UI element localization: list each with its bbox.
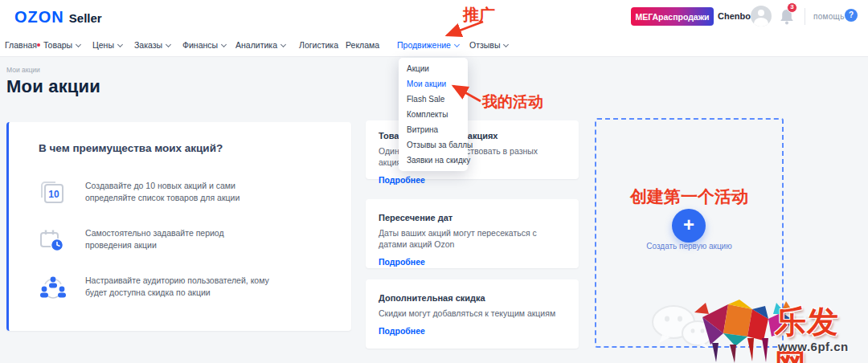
calendar-10-icon: 10 bbox=[39, 180, 71, 209]
promotion-dropdown: Акции Мои акции Flash Sale Комплекты Вит… bbox=[399, 58, 468, 171]
red-dot-icon bbox=[37, 43, 40, 47]
svg-text:10: 10 bbox=[48, 189, 59, 200]
annotation-my-activities: 我的活动 bbox=[482, 92, 543, 112]
nav-item-ads[interactable]: Реклама bbox=[346, 34, 379, 57]
watermark-site-name: 乐发网 bbox=[775, 300, 868, 363]
chevron-down-icon bbox=[280, 42, 286, 47]
chevron-down-icon bbox=[503, 42, 509, 47]
more-link[interactable]: Подробнее bbox=[379, 326, 425, 336]
annotation-promotion: 推广 bbox=[463, 4, 495, 26]
create-promo-label[interactable]: Создать первую акцию bbox=[595, 242, 784, 251]
benefit-text: Создавайте до 10 новых акций и сами опре… bbox=[71, 180, 240, 209]
header: OZON Seller МЕГАраспродажи Chenbo 3 помо… bbox=[0, 0, 868, 34]
mega-sale-button[interactable]: МЕГАраспродажи bbox=[631, 7, 714, 26]
chevron-down-icon bbox=[454, 42, 460, 47]
create-promo-plus-button[interactable]: + bbox=[672, 209, 706, 243]
nav-item-reviews[interactable]: Отзывы bbox=[469, 34, 508, 57]
dropdown-item-reviews-for-points[interactable]: Отзывы за баллы bbox=[399, 137, 468, 153]
info-card-extra-discount: Дополнительная скидка Скидки могут добав… bbox=[366, 279, 579, 349]
chevron-down-icon bbox=[221, 42, 227, 47]
nav-item-prices[interactable]: Цены bbox=[92, 34, 122, 57]
chevron-down-icon bbox=[76, 42, 81, 47]
benefit-text: Самостоятельно задавайте период проведен… bbox=[71, 227, 224, 256]
benefit-row: 10 Создавайте до 10 новых акций и сами о… bbox=[39, 180, 240, 209]
benefits-card: В чем преимущества моих акций? 10 Создав… bbox=[6, 122, 351, 331]
ozon-seller-page: OZON Seller МЕГАраспродажи Chenbo 3 помо… bbox=[0, 0, 868, 363]
calendar-clock-icon bbox=[39, 227, 71, 256]
card-title: Дополнительная скидка bbox=[379, 293, 566, 303]
dropdown-item-flash-sale[interactable]: Flash Sale bbox=[399, 92, 468, 107]
notification-badge: 3 bbox=[787, 2, 797, 13]
chevron-down-icon bbox=[166, 42, 171, 47]
more-link[interactable]: Подробнее bbox=[379, 175, 425, 185]
help-question-icon[interactable]: ? bbox=[845, 9, 858, 22]
header-divider bbox=[805, 8, 805, 25]
nav-item-logistics[interactable]: Логистика bbox=[299, 34, 338, 57]
nav-item-analytics[interactable]: Аналитика bbox=[235, 34, 285, 57]
nav-item-promotion[interactable]: Продвижение Акции Мои акции Flash Sale К… bbox=[397, 34, 459, 57]
nav-item-finance[interactable]: Финансы bbox=[182, 34, 226, 57]
card-text: Даты ваших акций могут пересекаться с да… bbox=[379, 227, 566, 250]
avatar[interactable] bbox=[751, 6, 772, 27]
breadcrumb: Мои акции bbox=[6, 66, 40, 74]
nav-item-home[interactable]: Главная bbox=[5, 34, 37, 57]
benefit-row: Самостоятельно задавайте период проведен… bbox=[39, 227, 224, 256]
nav-item-products[interactable]: Товары bbox=[37, 34, 80, 57]
avatar-person-icon bbox=[758, 10, 764, 16]
nav-item-orders[interactable]: Заказы bbox=[134, 34, 170, 57]
dropdown-item-promos[interactable]: Акции bbox=[399, 61, 468, 76]
ozon-seller-logo[interactable]: OZON Seller bbox=[14, 8, 102, 27]
watermark-url: www.6pf.cn bbox=[778, 340, 849, 353]
chevron-down-icon bbox=[117, 42, 123, 47]
dropdown-item-my-promos[interactable]: Мои акции bbox=[399, 76, 468, 92]
help-link[interactable]: помощь bbox=[813, 12, 845, 21]
more-link[interactable]: Подробнее bbox=[379, 257, 425, 267]
benefit-row: Настраивайте аудиторию пользователей, ко… bbox=[39, 275, 269, 304]
card-title: Пересечение дат bbox=[379, 213, 566, 222]
dropdown-item-showcase[interactable]: Витрина bbox=[399, 122, 468, 137]
benefit-text: Настраивайте аудиторию пользователей, ко… bbox=[71, 275, 269, 304]
main-nav: Главная Товары Цены Заказы Финансы Анали… bbox=[0, 34, 868, 57]
dropdown-item-discount-requests[interactable]: Заявки на скидку bbox=[399, 153, 468, 168]
username[interactable]: Chenbo bbox=[718, 11, 751, 21]
card-text: Скидки могут добавляться к текущим акция… bbox=[379, 308, 566, 319]
audience-icon bbox=[39, 275, 71, 304]
info-card-date-overlap: Пересечение дат Даты ваших акций могут п… bbox=[366, 199, 579, 268]
annotation-create-first: 创建第一个活动 bbox=[595, 186, 784, 208]
dropdown-item-bundles[interactable]: Комплекты bbox=[399, 107, 468, 122]
benefits-title: В чем преимущества моих акций? bbox=[39, 142, 223, 154]
seller-logo-text: Seller bbox=[69, 11, 102, 25]
page-title: Мои акции bbox=[6, 76, 100, 97]
ozon-logo-text: OZON bbox=[14, 8, 64, 27]
plus-icon: + bbox=[683, 214, 694, 235]
